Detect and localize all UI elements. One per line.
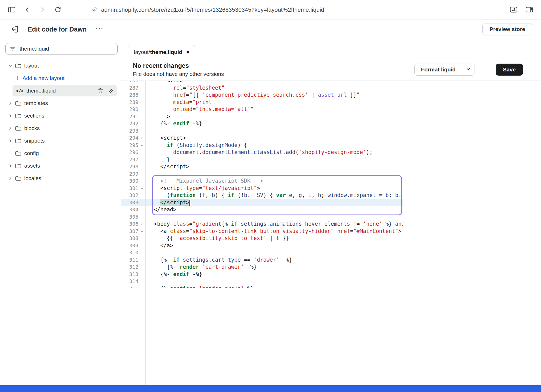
add-layout-action[interactable]: +Add a new layout — [0, 72, 121, 84]
line-number[interactable]: 301 — [121, 185, 145, 192]
format-dropdown-button[interactable] — [462, 64, 475, 75]
code-line-308[interactable]: {{ 'accessibility.skip_to_text' | t }} — [146, 235, 403, 242]
chevron-right-icon[interactable] — [8, 164, 13, 168]
more-menu-button[interactable]: ⋯ — [93, 24, 106, 34]
chevron-right-icon[interactable] — [8, 126, 13, 130]
sidebar-toggle-icon[interactable] — [8, 6, 16, 13]
line-number[interactable]: 293 — [121, 127, 145, 135]
folder-item-locales[interactable]: locales — [0, 172, 121, 185]
back-icon[interactable] — [24, 6, 31, 13]
folder-item-snippets[interactable]: snippets — [0, 134, 121, 147]
code-line-309[interactable]: </a> — [146, 242, 403, 249]
code-line-300[interactable]: <!-- Mixpanel Javascript SDK --> — [146, 177, 403, 185]
file-filter-input[interactable]: theme.liquid — [5, 43, 118, 54]
folder-item-templates[interactable]: templates — [0, 97, 121, 109]
code-line-302[interactable]: (function (f, b) { if (!b.__SV) { var e,… — [146, 192, 403, 199]
folder-item-blocks[interactable]: blocks — [0, 122, 121, 134]
line-number[interactable]: 290 — [121, 106, 145, 113]
line-number[interactable]: 308 — [121, 235, 145, 242]
code-line-301[interactable]: <script type="text/javascript"> — [146, 185, 403, 192]
line-number[interactable]: 311 — [121, 256, 145, 264]
code-line-312[interactable]: {%- render 'cart-drawer' -%} — [146, 264, 403, 271]
code-line-306[interactable]: <body class="gradient{% if settings.anim… — [146, 220, 403, 228]
folder-item-sections[interactable]: sections — [0, 109, 121, 122]
code-line-299[interactable] — [146, 170, 403, 178]
folder-item-config[interactable]: config — [0, 147, 121, 160]
code-line-293[interactable] — [146, 127, 403, 135]
code-line-290[interactable]: onload="this.media='all'" — [146, 106, 403, 113]
exit-code-editor-button[interactable] — [10, 24, 20, 34]
chevron-right-icon[interactable] — [8, 101, 13, 105]
delete-file-icon[interactable] — [97, 88, 103, 94]
code-line-311[interactable]: {%- if settings.cart_type == 'drawer' -%… — [146, 256, 403, 264]
preview-store-button[interactable]: Preview store — [482, 23, 532, 35]
chevron-right-icon[interactable] — [8, 176, 13, 180]
code-line-307[interactable]: <a class="skip-to-content-link button vi… — [146, 228, 403, 235]
file-item-theme.liquid[interactable]: </>theme.liquid — [0, 84, 121, 97]
selected-file-pill[interactable]: </>theme.liquid — [13, 85, 117, 96]
code-line-305[interactable] — [146, 213, 403, 221]
line-number[interactable]: 296 — [121, 149, 145, 156]
code-line-310[interactable] — [146, 249, 403, 256]
format-liquid-button[interactable]: Format liquid — [415, 64, 462, 75]
line-number[interactable]: 307 — [121, 228, 145, 235]
rename-file-icon[interactable] — [108, 88, 114, 94]
fold-toggle-icon[interactable] — [138, 187, 145, 190]
line-number[interactable]: 299 — [121, 170, 145, 178]
extensions-icon[interactable] — [510, 6, 518, 13]
fold-toggle-icon[interactable] — [138, 144, 145, 147]
folder-item-layout[interactable]: layout — [0, 59, 121, 72]
code-line-313[interactable]: {%- endif -%} — [146, 271, 403, 278]
line-number[interactable]: 291 — [121, 113, 145, 120]
address-bar[interactable]: admin.shopify.com/store/rzq1xu-f5/themes… — [91, 0, 324, 20]
save-button[interactable]: Save — [496, 64, 523, 76]
chevron-right-icon[interactable] — [8, 114, 13, 118]
line-number[interactable]: 306 — [121, 220, 145, 228]
line-number[interactable]: 315 — [121, 285, 145, 288]
code-line-289[interactable]: media="print" — [146, 99, 403, 106]
code-line-304[interactable]: </head> — [146, 206, 403, 213]
line-number[interactable]: 297 — [121, 156, 145, 163]
chevron-down-icon[interactable] — [8, 64, 13, 68]
line-number[interactable]: 302 — [121, 192, 145, 199]
line-number[interactable]: 289 — [121, 99, 145, 106]
forward-icon[interactable] — [39, 6, 46, 13]
code-line-296[interactable]: document.documentElement.classList.add('… — [146, 149, 403, 156]
line-number[interactable]: 292 — [121, 120, 145, 127]
fold-toggle-icon[interactable] — [138, 136, 145, 140]
split-view-icon[interactable] — [525, 6, 533, 13]
line-number[interactable]: 309 — [121, 242, 145, 249]
code-line-303[interactable]: </script> — [146, 199, 403, 206]
code-line-288[interactable]: href="{{ 'component-predictive-search.cs… — [146, 91, 403, 99]
line-number[interactable]: 294 — [121, 134, 145, 142]
code-line-315[interactable]: {% sections 'header-group' %} — [146, 285, 403, 288]
chevron-right-icon[interactable] — [8, 139, 13, 143]
code-line-287[interactable]: rel="stylesheet" — [146, 84, 403, 92]
line-number[interactable]: 313 — [121, 271, 145, 278]
code-line-286[interactable]: <link — [146, 81, 403, 84]
code-line-297[interactable]: } — [146, 156, 403, 163]
line-number[interactable]: 303 — [121, 199, 145, 206]
line-number[interactable]: 304 — [121, 206, 145, 213]
fold-toggle-icon[interactable] — [138, 222, 145, 226]
tab-theme-liquid[interactable]: layout/theme.liquid — [128, 45, 195, 59]
line-number[interactable]: 310 — [121, 249, 145, 256]
code-content[interactable]: <link rel="stylesheet" href="{{ 'compone… — [146, 81, 403, 288]
code-line-294[interactable]: <script> — [146, 134, 403, 142]
code-line-292[interactable]: {%- endif -%} — [146, 120, 403, 127]
code-line-298[interactable]: </script> — [146, 163, 403, 170]
code-line-291[interactable]: > — [146, 113, 403, 120]
folder-item-assets[interactable]: assets — [0, 160, 121, 172]
reload-icon[interactable] — [54, 6, 62, 13]
line-number[interactable]: 286 — [121, 81, 145, 84]
code-line-314[interactable] — [146, 278, 403, 285]
line-number[interactable]: 305 — [121, 213, 145, 221]
line-number[interactable]: 295 — [121, 142, 145, 149]
line-number[interactable]: 287 — [121, 84, 145, 92]
line-number[interactable]: 312 — [121, 264, 145, 271]
line-number[interactable]: 314 — [121, 278, 145, 285]
fold-toggle-icon[interactable] — [138, 230, 145, 233]
line-number[interactable]: 298 — [121, 163, 145, 170]
line-number[interactable]: 300 — [121, 177, 145, 185]
code-line-295[interactable]: if (Shopify.designMode) { — [146, 142, 403, 149]
